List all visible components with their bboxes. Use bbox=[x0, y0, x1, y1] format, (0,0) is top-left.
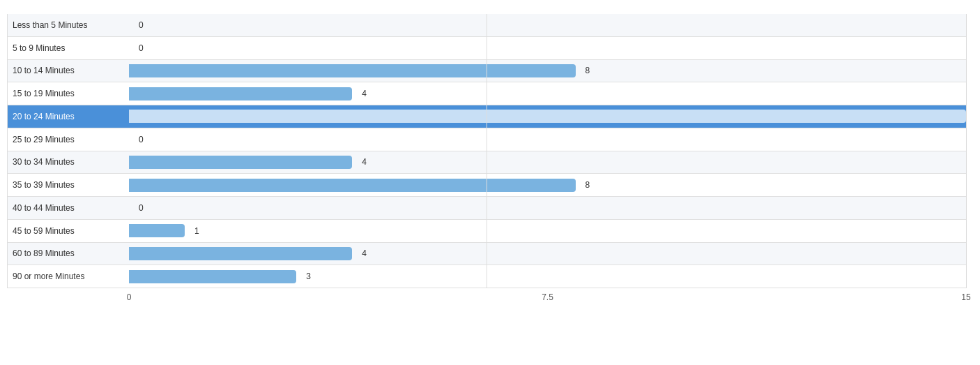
bar-label: 25 to 29 Minutes bbox=[7, 135, 129, 144]
bar-row: 15 to 19 Minutes4 bbox=[7, 82, 966, 105]
bar-row: 30 to 34 Minutes4 bbox=[7, 151, 966, 174]
chart-area: Less than 5 Minutes05 to 9 Minutes010 to… bbox=[7, 14, 966, 288]
bar-row: 60 to 89 Minutes4 bbox=[7, 243, 966, 266]
bar-label: 60 to 89 Minutes bbox=[7, 248, 129, 258]
grid-line bbox=[966, 14, 967, 288]
bar-row: 5 to 9 Minutes0 bbox=[7, 37, 966, 60]
bar-track: 0 bbox=[129, 197, 966, 219]
bar-track: 15 bbox=[129, 105, 966, 128]
x-axis-tick: 15 bbox=[961, 292, 970, 302]
bar-label: 30 to 34 Minutes bbox=[7, 157, 129, 167]
bar-row: 40 to 44 Minutes0 bbox=[7, 197, 966, 220]
bar-track: 8 bbox=[129, 60, 966, 82]
bar-label: 45 to 59 Minutes bbox=[7, 226, 129, 236]
bar-row: 20 to 24 Minutes15 bbox=[7, 105, 966, 128]
bar-track: 0 bbox=[129, 128, 966, 151]
bar-value: 0 bbox=[139, 43, 144, 53]
bar-value: 8 bbox=[585, 66, 590, 75]
bar-row: 45 to 59 Minutes1 bbox=[7, 220, 966, 243]
x-axis-tick: 0 bbox=[127, 292, 132, 302]
bar-row: 10 to 14 Minutes8 bbox=[7, 60, 966, 83]
bar-track: 8 bbox=[129, 174, 966, 196]
bar-value: 8 bbox=[585, 180, 590, 190]
bar-row: 25 to 29 Minutes0 bbox=[7, 128, 966, 151]
bar-label: 35 to 39 Minutes bbox=[7, 180, 129, 190]
bar-value: 4 bbox=[362, 248, 367, 258]
bar-fill bbox=[129, 156, 352, 169]
bar-row: Less than 5 Minutes0 bbox=[7, 14, 966, 37]
bar-label: Less than 5 Minutes bbox=[7, 20, 129, 30]
bar-value: 0 bbox=[139, 20, 144, 30]
bar-value: 1 bbox=[194, 226, 199, 236]
x-axis: 07.515 bbox=[129, 288, 966, 309]
bar-track: 4 bbox=[129, 151, 966, 174]
chart-container: Less than 5 Minutes05 to 9 Minutes010 to… bbox=[0, 0, 980, 365]
bar-label: 20 to 24 Minutes bbox=[7, 112, 129, 121]
bar-value: 0 bbox=[139, 135, 144, 144]
bar-fill bbox=[129, 64, 576, 77]
bar-value: 4 bbox=[362, 157, 367, 167]
bar-track: 0 bbox=[129, 37, 966, 59]
bar-track: 1 bbox=[129, 220, 966, 242]
bar-row: 90 or more Minutes3 bbox=[7, 265, 966, 288]
bar-value: 0 bbox=[139, 203, 144, 213]
x-axis-tick: 7.5 bbox=[542, 292, 553, 302]
bar-label: 10 to 14 Minutes bbox=[7, 66, 129, 75]
bar-fill bbox=[129, 110, 966, 123]
bar-label: 15 to 19 Minutes bbox=[7, 89, 129, 98]
bar-track: 0 bbox=[129, 14, 966, 36]
bar-track: 4 bbox=[129, 243, 966, 265]
bar-value: 3 bbox=[306, 271, 311, 281]
bar-fill bbox=[129, 224, 185, 237]
bar-track: 3 bbox=[129, 265, 966, 288]
bar-fill bbox=[129, 87, 352, 100]
bar-value: 15 bbox=[976, 112, 980, 121]
bar-label: 5 to 9 Minutes bbox=[7, 43, 129, 53]
bar-fill bbox=[129, 247, 352, 260]
bar-row: 35 to 39 Minutes8 bbox=[7, 174, 966, 197]
bar-value: 4 bbox=[362, 89, 367, 98]
bar-label: 40 to 44 Minutes bbox=[7, 203, 129, 213]
bar-fill bbox=[129, 179, 576, 192]
bar-fill bbox=[129, 270, 296, 283]
bar-track: 4 bbox=[129, 82, 966, 105]
bar-label: 90 or more Minutes bbox=[7, 271, 129, 281]
